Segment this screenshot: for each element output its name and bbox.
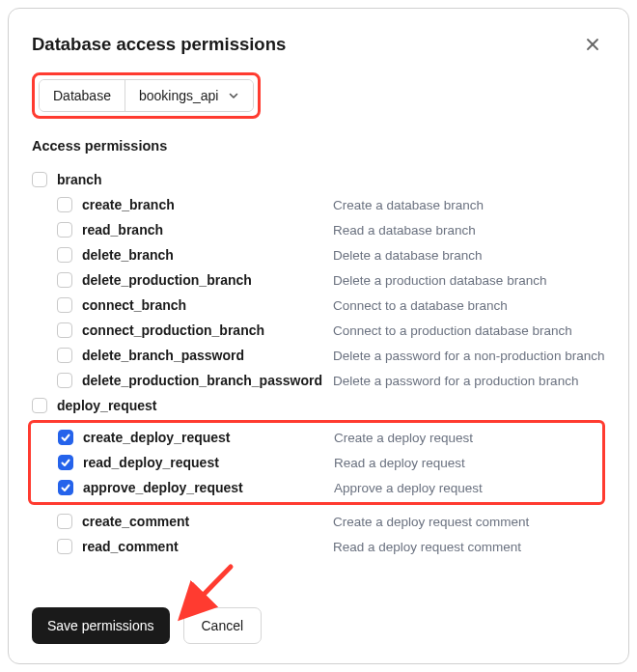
permission-group-label: deploy_request — [57, 398, 156, 413]
permission-checkbox-read_deploy_request[interactable] — [58, 455, 73, 470]
permission-description: Create a deploy request — [334, 431, 473, 445]
chevron-down-icon — [228, 90, 239, 101]
permission-row: delete_branchDelete a database branch — [32, 242, 605, 267]
svg-line-3 — [191, 567, 231, 607]
permission-name: approve_deploy_request — [83, 480, 324, 495]
database-selector-highlight: Database bookings_api — [32, 72, 261, 119]
permission-checkbox-delete_production_branch[interactable] — [57, 272, 72, 288]
permission-description: Delete a password for a production branc… — [333, 374, 578, 388]
permission-row: delete_production_branch_passwordDelete … — [32, 368, 605, 393]
permission-name: delete_production_branch — [82, 272, 323, 288]
permission-description: Delete a password for a non-production b… — [333, 349, 604, 363]
permission-name: read_deploy_request — [83, 455, 324, 470]
highlight-box: create_deploy_requestCreate a deploy req… — [28, 420, 605, 505]
permission-row: read_deploy_requestRead a deploy request — [33, 450, 600, 475]
permission-checkbox-create_deploy_request[interactable] — [58, 430, 73, 445]
permission-row: create_commentCreate a deploy request co… — [32, 509, 605, 534]
permission-description: Read a deploy request — [334, 456, 465, 470]
permission-group-label: branch — [57, 172, 102, 187]
section-heading: Access permissions — [32, 138, 605, 154]
permissions-modal: Database access permissions Database boo… — [8, 8, 629, 664]
permission-checkbox-create_comment[interactable] — [57, 514, 72, 529]
permission-description: Delete a production database branch — [333, 273, 546, 288]
permission-description: Read a database branch — [333, 223, 476, 238]
permission-description: Read a deploy request comment — [333, 540, 521, 554]
modal-title: Database access permissions — [32, 34, 286, 55]
permission-name: delete_production_branch_password — [82, 373, 323, 388]
database-selector-label: Database — [40, 80, 125, 111]
permission-row: delete_production_branchDelete a product… — [32, 267, 605, 293]
permission-row: delete_branch_passwordDelete a password … — [32, 343, 605, 368]
permission-name: read_comment — [82, 539, 323, 554]
permission-name: create_branch — [82, 197, 323, 212]
permissions-list: branchcreate_branchCreate a database bra… — [32, 167, 605, 559]
close-icon — [584, 36, 601, 53]
permission-row: read_commentRead a deploy request commen… — [32, 534, 605, 559]
permission-description: Connect to a database branch — [333, 298, 508, 313]
permission-group-row: branch — [32, 167, 605, 192]
permission-description: Create a database branch — [333, 198, 484, 212]
permission-checkbox-connect_branch[interactable] — [57, 297, 72, 313]
permission-name: read_branch — [82, 222, 323, 238]
permission-checkbox-delete_production_branch_password[interactable] — [57, 373, 72, 388]
database-selector-value[interactable]: bookings_api — [125, 80, 254, 111]
group-checkbox-deploy_request[interactable] — [32, 398, 47, 413]
save-button[interactable]: Save permissions — [32, 607, 170, 644]
permission-description: Create a deploy request comment — [333, 515, 529, 529]
permission-description: Delete a database branch — [333, 248, 483, 263]
modal-header: Database access permissions — [32, 32, 605, 57]
permission-row: connect_branchConnect to a database bran… — [32, 293, 605, 318]
permission-checkbox-read_comment[interactable] — [57, 539, 72, 554]
close-button[interactable] — [580, 32, 605, 57]
database-selected-name: bookings_api — [139, 88, 219, 103]
permission-checkbox-read_branch[interactable] — [57, 222, 72, 238]
permission-name: create_comment — [82, 514, 323, 529]
permission-description: Approve a deploy request — [334, 481, 483, 495]
permission-checkbox-delete_branch[interactable] — [57, 247, 72, 263]
permission-name: delete_branch_password — [82, 348, 323, 363]
permission-checkbox-delete_branch_password[interactable] — [57, 348, 72, 363]
permission-row: create_branchCreate a database branch — [32, 192, 605, 217]
database-selector: Database bookings_api — [39, 79, 254, 112]
permission-description: Connect to a production database branch — [333, 323, 572, 338]
cancel-button[interactable]: Cancel — [183, 607, 263, 644]
permission-row: create_deploy_requestCreate a deploy req… — [33, 425, 600, 450]
permission-row: read_branchRead a database branch — [32, 217, 605, 242]
permission-checkbox-connect_production_branch[interactable] — [57, 322, 72, 338]
group-checkbox-branch[interactable] — [32, 172, 47, 187]
permission-checkbox-approve_deploy_request[interactable] — [58, 480, 73, 495]
permission-name: create_deploy_request — [83, 430, 324, 445]
permission-name: connect_branch — [82, 297, 323, 313]
permission-checkbox-create_branch[interactable] — [57, 197, 72, 212]
permission-row: approve_deploy_requestApprove a deploy r… — [33, 475, 600, 500]
permission-row: connect_production_branchConnect to a pr… — [32, 318, 605, 343]
permission-group-row: deploy_request — [32, 393, 605, 418]
permission-name: delete_branch — [82, 247, 323, 263]
modal-footer: Save permissions Cancel — [32, 607, 262, 644]
permission-name: connect_production_branch — [82, 322, 323, 338]
